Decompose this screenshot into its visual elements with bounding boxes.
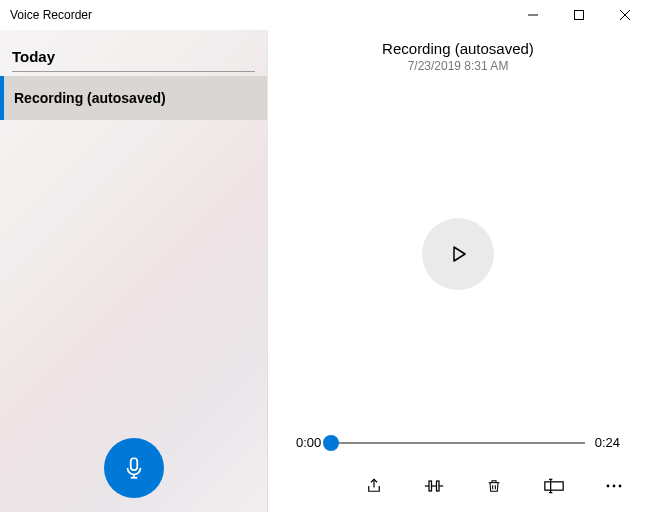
delete-button[interactable]	[484, 476, 504, 496]
share-icon	[365, 477, 383, 495]
detail-pane: Recording (autosaved) 7/23/2019 8:31 AM …	[268, 30, 648, 512]
share-button[interactable]	[364, 476, 384, 496]
rename-icon	[544, 478, 564, 494]
recording-list-item-label: Recording (autosaved)	[14, 90, 166, 106]
detail-date: 7/23/2019 8:31 AM	[268, 59, 648, 73]
maximize-button[interactable]	[556, 0, 602, 30]
rename-button[interactable]	[544, 476, 564, 496]
timeline: 0:00 0:24	[268, 435, 648, 462]
trim-button[interactable]	[424, 476, 444, 496]
seek-bar[interactable]	[331, 442, 584, 444]
trim-icon	[424, 477, 444, 495]
microphone-icon	[121, 455, 147, 481]
play-button[interactable]	[422, 218, 494, 290]
detail-toolbar	[268, 462, 648, 512]
record-button[interactable]	[104, 438, 164, 498]
svg-rect-11	[437, 481, 440, 491]
more-button[interactable]	[604, 476, 624, 496]
app-body: Today Recording (autosaved) Recording (a…	[0, 30, 648, 512]
sidebar-section-header: Today	[0, 30, 267, 71]
svg-rect-4	[130, 458, 137, 470]
svg-marker-7	[454, 247, 465, 261]
time-total: 0:24	[595, 435, 620, 450]
svg-rect-1	[575, 11, 584, 20]
svg-point-20	[613, 485, 616, 488]
play-area	[268, 73, 648, 435]
maximize-icon	[574, 10, 584, 20]
play-icon	[446, 242, 470, 266]
svg-point-19	[607, 485, 610, 488]
sidebar-divider	[12, 71, 255, 72]
time-current: 0:00	[296, 435, 321, 450]
svg-rect-15	[545, 482, 563, 490]
app-title: Voice Recorder	[10, 8, 92, 22]
close-button[interactable]	[602, 0, 648, 30]
svg-rect-9	[429, 481, 432, 491]
detail-header: Recording (autosaved) 7/23/2019 8:31 AM	[268, 30, 648, 73]
recording-list-item[interactable]: Recording (autosaved)	[0, 76, 267, 120]
app-window: Voice Recorder Today Recording (autosave…	[0, 0, 648, 512]
minimize-icon	[528, 10, 538, 20]
delete-icon	[486, 477, 502, 495]
more-icon	[605, 483, 623, 489]
detail-title: Recording (autosaved)	[268, 40, 648, 57]
seek-thumb[interactable]	[323, 435, 339, 451]
close-icon	[620, 10, 630, 20]
titlebar: Voice Recorder	[0, 0, 648, 30]
sidebar: Today Recording (autosaved)	[0, 30, 268, 512]
window-controls	[510, 0, 648, 30]
minimize-button[interactable]	[510, 0, 556, 30]
svg-point-21	[619, 485, 622, 488]
